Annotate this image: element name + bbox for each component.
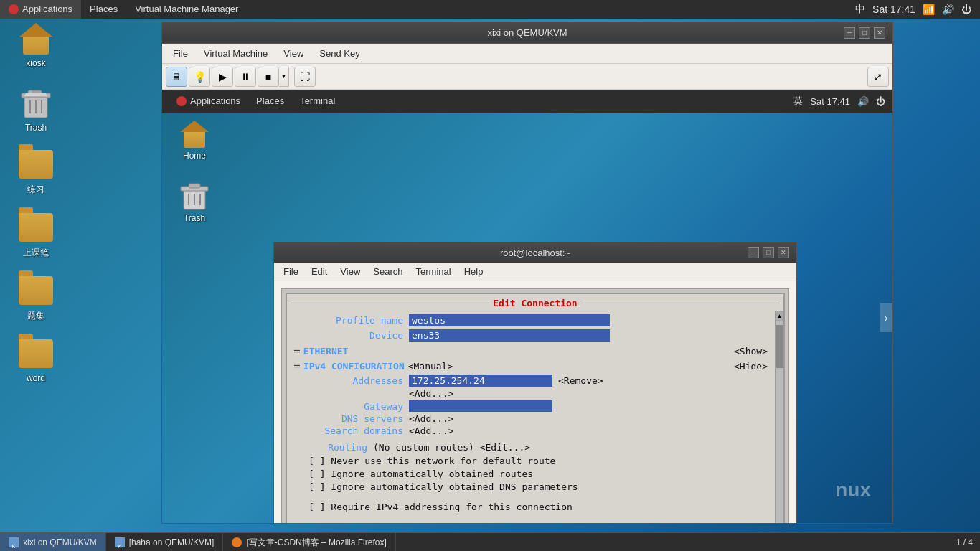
inner-volume-icon[interactable]: 🔊	[857, 96, 869, 107]
terminal-menu-edit[interactable]: Edit	[306, 265, 333, 278]
wifi-icon[interactable]: 📶	[923, 4, 935, 15]
checkbox-1[interactable]: [ ] Never use this network for default r…	[294, 456, 768, 466]
kvm-menu-file[interactable]: File	[166, 47, 195, 60]
ethernet-label: ETHERNET	[303, 346, 349, 357]
addresses-row: Addresses 172.25.254.24 <Remove>	[294, 375, 768, 387]
kvm-menu-view[interactable]: View	[276, 47, 311, 60]
taskbar-item-firefox[interactable]: [写文章-CSDN博客 – Mozilla Firefox]	[223, 533, 395, 552]
terminal-menu-view[interactable]: View	[334, 265, 366, 278]
checkbox-2[interactable]: [ ] Ignore automatically obtained routes	[294, 468, 768, 479]
terminal-titlebar: root@localhost:~ ─ □ ✕	[274, 242, 796, 263]
kvm-fullscreen-btn[interactable]: ⛶	[294, 67, 316, 87]
inner-applications-menu[interactable]: Applications	[169, 90, 248, 113]
inner-places-menu[interactable]: Places	[249, 90, 291, 113]
inner-places-label: Places	[256, 90, 284, 113]
taskbar-kvm1-icon: K	[9, 537, 19, 547]
problems-folder-icon	[19, 273, 53, 308]
top-menubar-right: 中 Sat 17:41 📶 🔊 ⏻	[855, 3, 980, 16]
dns-add-btn[interactable]: <Add...>	[409, 413, 454, 424]
profile-name-value[interactable]: westos	[409, 314, 610, 326]
top-applications-menu[interactable]: Applications	[0, 0, 81, 19]
add-addr-btn[interactable]: <Add...>	[409, 388, 454, 399]
checkbox-4[interactable]: [ ] Require IPv4 addressing for this con…	[294, 501, 768, 512]
routing-label: Routing	[301, 442, 373, 453]
ipv4-action[interactable]: <Hide>	[734, 361, 768, 372]
kvm-maximize-btn[interactable]: □	[859, 27, 870, 39]
add-address-row: <Add...>	[294, 388, 768, 399]
kvm-minimize-btn[interactable]: ─	[844, 27, 855, 39]
inner-power-icon[interactable]: ⏻	[876, 96, 885, 107]
kvm-right-arrow[interactable]: ›	[880, 303, 892, 332]
ethernet-action[interactable]: <Show>	[734, 346, 768, 357]
kvm-bulb-btn[interactable]: 💡	[189, 67, 210, 87]
taskbar-kvm2-label: [haha on QEMU/KVM]	[129, 533, 215, 552]
svg-marker-6	[24, 93, 47, 96]
ipv4-section: ═ IPv4 CONFIGURATION <Manual> <Hide>	[294, 361, 768, 372]
folder-shape3	[19, 276, 53, 305]
ipv4-arrow: ═	[294, 361, 300, 372]
folder-shape2	[19, 213, 53, 242]
kvm-icon-home[interactable]: Home	[169, 120, 220, 161]
desktop-icon-trash[interactable]: Trash	[7, 86, 65, 133]
kvm-close-btn[interactable]: ✕	[874, 27, 885, 39]
notes-label: 上课笔	[23, 247, 49, 259]
ipv4-label: IPv4 CONFIGURATION	[303, 361, 405, 372]
top-virt-menu[interactable]: Virtual Machine Manager	[126, 0, 247, 19]
lang-icon[interactable]: 中	[855, 3, 865, 16]
terminal-menu-help[interactable]: Help	[458, 265, 489, 278]
taskbar-firefox-icon	[232, 537, 242, 547]
top-places-menu[interactable]: Places	[81, 0, 126, 19]
device-value[interactable]: ens33	[409, 329, 610, 342]
kvm-stop-expand[interactable]: ▼	[279, 67, 289, 87]
inner-lang[interactable]: 英	[793, 95, 803, 108]
addresses-remove-btn[interactable]: <Remove>	[558, 375, 603, 386]
terminal-menu-file[interactable]: File	[278, 265, 304, 278]
practice-folder-icon	[19, 147, 53, 182]
search-domains-add-btn[interactable]: <Add...>	[409, 425, 454, 436]
terminal-maximize-btn[interactable]: □	[763, 247, 774, 258]
desktop-icon-problems[interactable]: 题集	[7, 273, 65, 322]
volume-icon[interactable]: 🔊	[942, 4, 954, 15]
kvm-menu-sendkey[interactable]: Send Key	[312, 47, 367, 60]
desktop-icons: kiosk Trash 练习	[7, 22, 65, 383]
terminal-menu-terminal[interactable]: Terminal	[410, 265, 457, 278]
desktop-icon-word[interactable]: word	[7, 336, 65, 383]
scrollbar-thumb[interactable]	[776, 325, 783, 368]
kvm-resize-btn[interactable]: ⤢	[867, 67, 889, 87]
desktop-icon-notes[interactable]: 上课笔	[7, 210, 65, 259]
desktop-icon-kiosk[interactable]: kiosk	[7, 22, 65, 68]
terminal-minimize-btn[interactable]: ─	[748, 247, 759, 258]
kvm-play-btn[interactable]: ▶	[212, 67, 233, 87]
svg-rect-10	[189, 184, 200, 188]
taskbar-kvm2-icon: K	[115, 537, 125, 547]
home-body	[23, 34, 49, 55]
dns-label: DNS servers	[301, 413, 409, 424]
scrollbar-up-arrow[interactable]: ▲	[776, 311, 783, 321]
taskbar-item-kvm2[interactable]: K [haha on QEMU/KVM]	[106, 533, 224, 552]
kvm-pause-btn[interactable]: ⏸	[235, 67, 256, 87]
kvm-menu-vm[interactable]: Virtual Machine	[197, 47, 275, 60]
gateway-value[interactable]	[409, 400, 552, 412]
kvm-monitor-btn[interactable]: 🖥	[166, 67, 187, 87]
kvm-stop-btn[interactable]: ■	[258, 67, 279, 87]
clock: Sat 17:41	[872, 4, 915, 15]
folder-shape	[19, 150, 53, 179]
kvm-trash-svg	[180, 181, 209, 212]
inner-terminal-label: Terminal	[300, 90, 335, 113]
ipv4-mode: <Manual>	[408, 361, 453, 372]
desktop-icon-practice[interactable]: 练习	[7, 147, 65, 196]
kvm-icon-trash[interactable]: Trash	[169, 182, 220, 223]
terminal-menu-search[interactable]: Search	[367, 265, 408, 278]
kvm-bottom-text: nux	[835, 479, 871, 501]
profile-name-row: Profile name westos	[294, 314, 768, 326]
addresses-value[interactable]: 172.25.254.24	[409, 375, 552, 387]
home-roof	[19, 23, 53, 37]
power-icon[interactable]: ⏻	[961, 4, 971, 15]
inner-terminal-menu[interactable]: Terminal	[293, 90, 342, 113]
kvm-menubar: File Virtual Machine View Send Key	[162, 44, 892, 64]
checkbox-3[interactable]: [ ] Ignore automatically obtained DNS pa…	[294, 481, 768, 492]
taskbar-item-kvm1[interactable]: K xixi on QEMU/KVM	[0, 533, 106, 552]
terminal-close-btn[interactable]: ✕	[778, 247, 789, 258]
edit-connection-body: Profile name westos Device ens33	[287, 311, 783, 523]
edit-connection-title: Edit Connection	[493, 298, 577, 309]
